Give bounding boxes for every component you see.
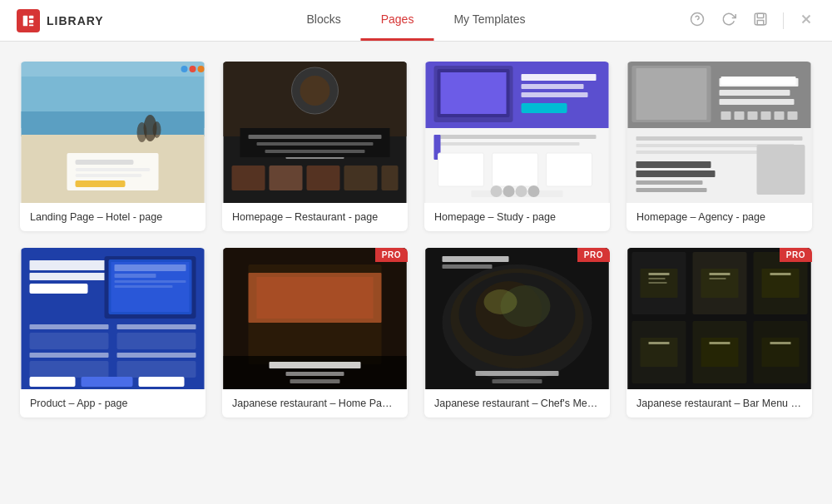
svg-rect-46	[522, 103, 567, 113]
tab-pages[interactable]: Pages	[361, 0, 434, 41]
svg-rect-102	[30, 377, 76, 387]
pro-badge-japanese-home: PRO	[375, 248, 408, 262]
svg-rect-45	[522, 92, 588, 97]
pro-badge-japanese-bar: PRO	[780, 248, 812, 262]
svg-rect-90	[115, 264, 186, 271]
card-label-restaurant: Homepage – Restaurant - page	[222, 203, 408, 231]
svg-rect-125	[493, 379, 542, 383]
svg-rect-74	[788, 111, 798, 120]
svg-rect-3	[29, 24, 33, 26]
svg-rect-96	[30, 333, 109, 349]
card-agency[interactable]: Homepage – Agency - page	[626, 62, 812, 231]
svg-rect-23	[76, 168, 151, 171]
card-thumb-japanese-chef: PRO	[424, 248, 610, 389]
svg-rect-99	[117, 353, 196, 358]
svg-point-18	[181, 66, 188, 72]
svg-rect-72	[761, 111, 771, 120]
svg-rect-55	[547, 153, 592, 186]
svg-rect-113	[290, 379, 340, 383]
card-japanese-home[interactable]: PRO Japanese restaurant – Home Page …	[222, 248, 408, 418]
svg-point-19	[190, 66, 196, 72]
tab-my-templates[interactable]: My Templates	[433, 0, 545, 41]
close-icon[interactable]	[797, 10, 815, 31]
refresh-icon[interactable]	[720, 10, 738, 31]
svg-point-57	[491, 185, 503, 197]
svg-rect-6	[755, 13, 766, 25]
card-study[interactable]: Homepage – Study - page	[424, 62, 610, 231]
svg-rect-86	[30, 284, 88, 294]
help-icon[interactable]	[688, 10, 706, 31]
svg-rect-79	[636, 170, 716, 177]
card-label-product: Product – App - page	[20, 389, 206, 418]
svg-rect-12	[22, 111, 205, 136]
svg-rect-145	[770, 273, 791, 275]
svg-rect-81	[636, 188, 707, 192]
card-thumb-hotel	[20, 62, 206, 203]
svg-rect-142	[649, 282, 667, 284]
svg-rect-101	[117, 361, 196, 378]
svg-rect-36	[382, 166, 399, 190]
card-restaurant[interactable]: Homepage – Restaurant - page	[222, 62, 408, 231]
elementor-logo-icon	[17, 9, 40, 32]
svg-rect-2	[29, 20, 33, 23]
svg-rect-109	[257, 277, 374, 319]
svg-rect-104	[139, 377, 185, 387]
card-japanese-bar[interactable]: PRO Japanese restaurant – Bar Menu - …	[626, 248, 812, 418]
logo-text: LIBRARY	[47, 14, 104, 27]
svg-rect-100	[30, 361, 109, 378]
svg-rect-148	[770, 342, 791, 344]
svg-rect-78	[636, 161, 711, 168]
svg-point-15	[137, 122, 147, 142]
header: LIBRARY Blocks Pages My Templates	[0, 0, 832, 42]
svg-rect-91	[115, 274, 156, 278]
svg-point-121	[484, 289, 518, 314]
svg-rect-68	[636, 68, 707, 120]
svg-rect-51	[438, 142, 580, 146]
svg-rect-92	[115, 280, 186, 283]
svg-rect-71	[748, 111, 758, 120]
svg-point-20	[198, 66, 205, 72]
svg-rect-0	[23, 15, 27, 26]
svg-rect-35	[344, 166, 378, 190]
svg-rect-80	[636, 180, 703, 185]
svg-rect-144	[710, 278, 726, 279]
svg-rect-66	[721, 77, 796, 85]
card-hotel[interactable]: Landing Page – Hotel - page	[20, 62, 206, 231]
svg-rect-147	[710, 342, 730, 344]
card-japanese-chef[interactable]: PRO Japanese restaurant – Chef's Menu…	[424, 248, 610, 418]
svg-point-58	[503, 185, 515, 197]
svg-rect-39	[257, 142, 374, 146]
svg-rect-69	[721, 111, 731, 120]
card-label-study: Homepage – Study - page	[424, 203, 610, 231]
svg-rect-17	[22, 62, 205, 77]
tab-blocks[interactable]: Blocks	[286, 0, 360, 41]
card-thumb-product	[20, 248, 206, 389]
svg-rect-33	[270, 166, 303, 190]
card-thumb-japanese-home: PRO	[222, 248, 408, 389]
svg-rect-140	[649, 273, 670, 275]
svg-rect-75	[636, 136, 803, 141]
logo-area: LIBRARY	[17, 9, 104, 32]
svg-point-29	[300, 76, 330, 106]
save-icon[interactable]	[751, 10, 770, 31]
svg-point-16	[153, 121, 161, 138]
card-label-agency: Homepage – Agency - page	[626, 203, 812, 231]
card-thumb-study	[424, 62, 610, 203]
svg-rect-49	[441, 72, 507, 114]
header-actions	[688, 10, 815, 31]
svg-rect-25	[76, 180, 126, 187]
svg-rect-53	[438, 153, 484, 186]
svg-rect-73	[775, 111, 785, 120]
svg-rect-123	[443, 264, 493, 269]
card-product[interactable]: Product – App - page	[20, 248, 206, 418]
svg-rect-82	[757, 145, 805, 195]
svg-rect-8	[757, 21, 764, 25]
card-label-japanese-chef: Japanese restaurant – Chef's Menu…	[424, 389, 610, 418]
svg-rect-38	[249, 135, 382, 139]
svg-rect-54	[493, 153, 538, 186]
svg-rect-111	[270, 362, 361, 368]
tab-nav: Blocks Pages My Templates	[286, 0, 545, 41]
svg-rect-65	[720, 99, 795, 105]
svg-rect-32	[232, 166, 265, 190]
svg-rect-97	[117, 333, 196, 349]
